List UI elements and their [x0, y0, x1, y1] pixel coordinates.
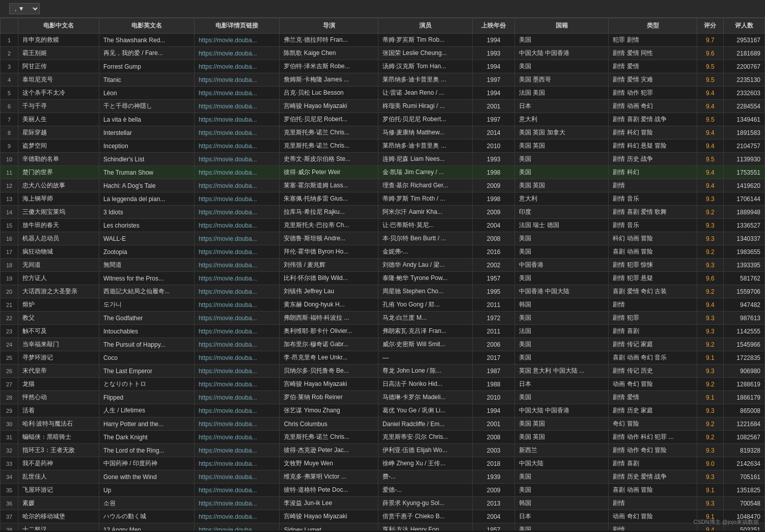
- table-cell: 哈尔的移动城堡: [18, 510, 99, 523]
- table-cell: 1994: [473, 60, 515, 73]
- table-cell: 动画 奇幻 冒险: [609, 378, 697, 391]
- table-cell: https://movie.douba...: [194, 166, 280, 179]
- table-cell: 三傻大闹宝莱坞: [18, 206, 99, 219]
- table-cell: 怦然心动: [18, 391, 99, 404]
- table-cell: 2200767: [723, 60, 764, 73]
- table-cell: 12 Angry Men: [99, 523, 194, 531]
- table-row: 6千与千寻千と千尋の神隱しhttps://movie.douba...宫崎骏 H…: [1, 100, 765, 113]
- table-cell: 宫崎骏 Hayao Miyazaki: [280, 378, 378, 391]
- table-cell: 蝙蝠侠：黑暗骑士: [18, 431, 99, 444]
- table-cell: https://movie.douba...: [194, 510, 280, 523]
- table-cell: 38: [1, 523, 18, 531]
- table-cell: 9.3: [697, 365, 723, 378]
- table-cell: 2142634: [723, 457, 764, 470]
- table-cell: 503251: [723, 523, 764, 531]
- table-cell: Intouchables: [99, 325, 194, 338]
- table-cell: 1142555: [723, 325, 764, 338]
- table-cell: 1419620: [723, 179, 764, 192]
- table-cell: 奥利维耶·那卡什 Olivier...: [280, 325, 378, 338]
- table-cell: 21: [1, 298, 18, 312]
- table-cell: 28: [1, 391, 18, 404]
- table-cell: 机器人总动员: [18, 232, 99, 245]
- table-cell: 韩国: [515, 298, 609, 312]
- table-cell: 2017: [473, 351, 515, 365]
- table-cell: Gone with the Wind: [99, 470, 194, 484]
- table-cell: 1753551: [723, 166, 764, 179]
- table-container[interactable]: 电影中文名电影英文名电影详情页链接导演演员上映年份国籍类型评分评人数 1肖申克的…: [0, 18, 765, 530]
- table-cell: https://movie.douba...: [194, 232, 280, 245]
- table-cell: 無間道: [99, 259, 194, 272]
- table-cell: 37: [1, 510, 18, 523]
- table-cell: 2: [1, 47, 18, 60]
- table-cell: 触不可及: [18, 325, 99, 338]
- table-cell: 剧情 喜剧: [609, 457, 697, 470]
- table-cell: 9.3: [697, 497, 723, 510]
- table-cell: 亨利·方达 Henry Fon...: [378, 523, 473, 531]
- table-cell: The Pursuit of Happy...: [99, 338, 194, 351]
- table-cell: 海上钢琴师: [18, 192, 99, 206]
- table-cell: 剧情: [609, 523, 697, 531]
- table-cell: 9.2: [697, 431, 723, 444]
- header-row: 电影中文名电影英文名电影详情页链接导演演员上映年份国籍类型评分评人数: [1, 18, 765, 34]
- table-cell: 爱德-...: [378, 484, 473, 497]
- table-cell: 剧情 爱情 灾难: [609, 73, 697, 87]
- table-cell: 1997: [473, 113, 515, 126]
- table-cell: https://movie.douba...: [194, 444, 280, 457]
- table-cell: 9: [1, 139, 18, 153]
- table-cell: 947482: [723, 298, 764, 312]
- table-cell: 奇幻 冒险: [609, 417, 697, 431]
- table-cell: 9.3: [697, 259, 723, 272]
- table-cell: 薛景求 Kyung-gu Sol...: [378, 497, 473, 510]
- table-cell: 美丽人生: [18, 113, 99, 126]
- table-cell: 汤姆·汉克斯 Tom Han...: [378, 60, 473, 73]
- table-cell: 9.4: [697, 166, 723, 179]
- table-cell: 周星驰 Stephen Cho...: [378, 285, 473, 298]
- table-cell: 소원: [99, 497, 194, 510]
- table-cell: 阿米尔汗 Aamir Kha...: [378, 206, 473, 219]
- table-cell: 1048470: [723, 510, 764, 523]
- table-cell: 1957: [473, 272, 515, 285]
- table-cell: 2009: [473, 206, 515, 219]
- delimiter-select[interactable]: , ▼: [9, 3, 40, 14]
- table-cell: 1349461: [723, 113, 764, 126]
- table-row: 5这个杀手不太冷Léonhttps://movie.douba...吕克·贝松 …: [1, 87, 765, 100]
- table-cell: 吕克·贝松 Luc Besson: [280, 87, 378, 100]
- table-cell: 十二怒汉: [18, 523, 99, 531]
- table-cell: 27: [1, 378, 18, 391]
- table-cell: 李浚益 Jun-ik Lee: [280, 497, 378, 510]
- table-row: 17疯狂动物城Zootopiahttps://movie.douba...拜伦·…: [1, 245, 765, 259]
- table-cell: https://movie.douba...: [194, 484, 280, 497]
- table-cell: https://movie.douba...: [194, 139, 280, 153]
- table-cell: 9.3: [697, 444, 723, 457]
- table-cell: 盗梦空间: [18, 139, 99, 153]
- table-cell: 3 Idiots: [99, 206, 194, 219]
- table-cell: 865008: [723, 404, 764, 417]
- table-cell: 弗朗西斯·福特·科波拉 ...: [280, 312, 378, 325]
- table-cell: 剧情 音乐: [609, 219, 697, 232]
- col-header-7: 国籍: [515, 18, 609, 34]
- table-cell: 剧情 爱情: [609, 60, 697, 73]
- table-cell: 控方证人: [18, 272, 99, 285]
- table-cell: 9.4: [697, 100, 723, 113]
- table-cell: 活着: [18, 404, 99, 417]
- table-cell: 5: [1, 87, 18, 100]
- table-cell: 11: [1, 166, 18, 179]
- table-cell: 剧情 科幻: [609, 166, 697, 179]
- table-cell: 2010: [473, 391, 515, 404]
- table-cell: 史蒂文·斯皮尔伯格 Ste...: [280, 153, 378, 166]
- table-cell: Coco: [99, 351, 194, 365]
- table-cell: 剧情 历史 战争: [609, 153, 697, 166]
- table-cell: 美国: [515, 523, 609, 531]
- table-cell: https://movie.douba...: [194, 60, 280, 73]
- col-header-2: 电影英文名: [99, 18, 194, 34]
- table-cell: 飞屋环游记: [18, 484, 99, 497]
- table-cell: 9.3: [697, 325, 723, 338]
- table-cell: https://movie.douba...: [194, 73, 280, 87]
- table-cell: https://movie.douba...: [194, 312, 280, 325]
- table-cell: 詹姆斯·卡梅隆 James ...: [280, 73, 378, 87]
- table-cell: https://movie.douba...: [194, 523, 280, 531]
- table-cell: 9.3: [697, 219, 723, 232]
- table-cell: Sidney Lumet: [280, 523, 378, 531]
- table-cell: 1987: [473, 365, 515, 378]
- table-cell: 36: [1, 497, 18, 510]
